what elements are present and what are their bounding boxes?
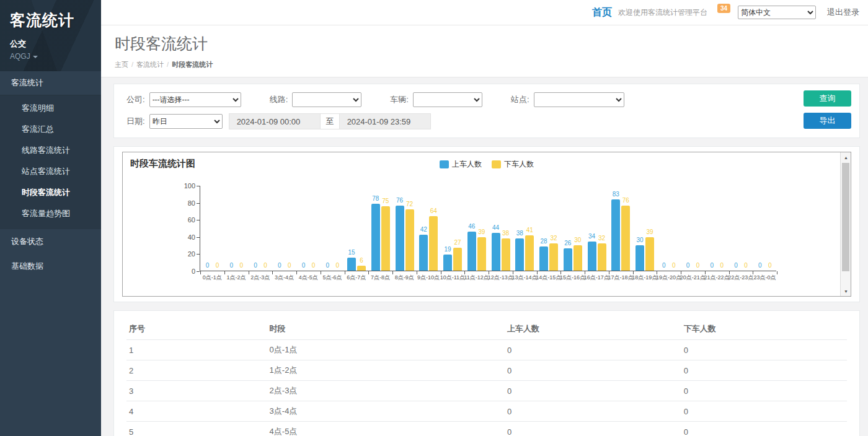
table-cell: 0 <box>681 360 847 381</box>
page-heading: 时段客流统计 主页/客流统计/时段客流统计 <box>101 25 868 77</box>
table-cell: 0 <box>505 381 681 401</box>
bar-value-label: 0 <box>328 262 347 269</box>
legend-label-alighting: 下车人数 <box>504 159 534 170</box>
sidebar-item-base-data[interactable]: 基础数据 <box>0 254 101 279</box>
y-axis-tick-mark <box>197 186 200 186</box>
bar-alighting <box>549 243 558 271</box>
column-header-period: 时段 <box>267 318 505 340</box>
user-name: AQGJ <box>10 52 30 61</box>
bar-boarding <box>636 245 644 271</box>
company-select[interactable]: ---请选择--- <box>149 92 241 107</box>
bar-alighting <box>574 245 582 271</box>
date-end-input[interactable] <box>339 113 431 129</box>
sidebar-subitem[interactable]: 时段客流统计 <box>0 182 101 203</box>
sidebar-subitem[interactable]: 客流汇总 <box>0 119 101 140</box>
breadcrumb: 主页/客流统计/时段客流统计 <box>115 60 854 69</box>
station-label: 站点: <box>511 94 529 105</box>
bar-boarding <box>492 233 500 271</box>
sidebar-submenu: 客流明细客流汇总线路客流统计站点客流统计时段客流统计客流量趋势图 <box>0 95 101 229</box>
sidebar: 客流统计 公交 AQGJ 客流统计 客流明细客流汇总线路客流统计站点客流统计时段… <box>0 0 101 436</box>
bar-value-label: 76 <box>616 197 635 204</box>
station-select[interactable] <box>534 92 624 107</box>
export-button[interactable]: 导出 <box>804 113 851 129</box>
y-axis-tick-mark <box>197 271 200 272</box>
legend-item-alighting[interactable]: 下车人数 <box>492 159 534 170</box>
bar-boarding <box>467 232 476 271</box>
bar-alighting <box>645 237 654 271</box>
query-button[interactable]: 查询 <box>804 90 851 107</box>
table-cell: 0 <box>505 340 681 360</box>
bar-boarding <box>515 238 524 271</box>
period-stats-table: 序号 时段 上车人数 下车人数 10点-1点0021点-2点0032点-3点00… <box>126 318 847 436</box>
chart-legend: 上车人数 下车人数 <box>440 159 534 170</box>
brand-area: 客流统计 公交 AQGJ <box>0 0 101 71</box>
column-header-index: 序号 <box>126 318 267 340</box>
legend-label-boarding: 上车人数 <box>452 159 482 170</box>
date-start-input[interactable] <box>229 113 321 129</box>
y-axis-tick-mark <box>197 237 200 238</box>
table-cell: 3点-4点 <box>267 401 505 422</box>
bar-boarding <box>371 204 380 271</box>
scrollbar-thumb[interactable] <box>842 163 849 271</box>
content: 公司: ---请选择--- 线路: 车辆: 站点: 日期: <box>101 77 868 436</box>
sidebar-subitem[interactable]: 客流量趋势图 <box>0 203 101 224</box>
date-range-group: 至 <box>229 113 431 129</box>
table-cell: 4 <box>126 401 267 422</box>
app-brand: 客流统计 <box>10 10 91 30</box>
legend-item-boarding[interactable]: 上车人数 <box>440 159 482 170</box>
scroll-down-icon[interactable]: ▼ <box>841 286 851 296</box>
column-header-boarding: 上车人数 <box>505 318 681 340</box>
bar-alighting <box>381 206 390 271</box>
bar-value-label: 41 <box>520 227 539 233</box>
sidebar-subitem[interactable]: 客流明细 <box>0 98 101 119</box>
filter-row-2: 日期: 昨日 至 <box>126 113 847 129</box>
y-axis-tick-mark <box>197 254 200 255</box>
bar-boarding <box>443 255 452 271</box>
table-cell: 1点-2点 <box>267 360 505 381</box>
table-cell: 0 <box>505 360 681 381</box>
y-axis-tick-label: 40 <box>175 233 195 241</box>
vehicle-select[interactable] <box>413 92 482 107</box>
bar-alighting <box>477 237 486 271</box>
bar-boarding <box>419 235 428 271</box>
chevron-down-icon <box>33 56 38 58</box>
table-row: 21点-2点00 <box>126 360 847 381</box>
language-select[interactable]: 简体中文 <box>738 6 816 19</box>
main-area: 首页 欢迎使用客流统计管理平台 34 简体中文 退出登录 时段客流统计 主页/客… <box>101 0 868 436</box>
y-axis-tick-mark <box>197 203 200 204</box>
sidebar-item-device-status[interactable]: 设备状态 <box>0 229 101 254</box>
table-cell: 0 <box>505 422 681 436</box>
bar-boarding <box>564 248 572 271</box>
bar-alighting <box>502 238 510 271</box>
table-row: 10点-1点00 <box>126 340 847 360</box>
home-link[interactable]: 首页 <box>592 6 612 19</box>
y-axis-tick-label: 100 <box>175 182 195 190</box>
sidebar-subitem[interactable]: 线路客流统计 <box>0 140 101 161</box>
table-cell: 0 <box>681 401 847 422</box>
sidebar-section-passenger-stats[interactable]: 客流统计 <box>0 71 101 95</box>
table-cell: 0 <box>681 422 847 436</box>
vehicle-label: 车辆: <box>390 94 409 105</box>
user-menu[interactable]: AQGJ <box>10 52 91 61</box>
line-select[interactable] <box>292 92 361 107</box>
sidebar-subitem[interactable]: 站点客流统计 <box>0 161 101 182</box>
bar-value-label: 6 <box>352 257 371 264</box>
breadcrumb-home[interactable]: 主页 <box>115 61 128 68</box>
bar-value-label: 64 <box>424 207 443 214</box>
company-label: 公司: <box>126 94 145 105</box>
chart-vertical-scrollbar[interactable]: ▲ ▼ <box>840 152 851 296</box>
legend-swatch-alighting <box>492 160 501 168</box>
bar-value-label: 32 <box>593 235 611 242</box>
bar-value-label: 0 <box>761 262 779 269</box>
breadcrumb-passenger-stats[interactable]: 客流统计 <box>136 61 164 68</box>
table-cell: 0 <box>681 381 847 401</box>
logout-link[interactable]: 退出登录 <box>827 7 859 18</box>
sidebar-nav: 客流统计 客流明细客流汇总线路客流统计站点客流统计时段客流统计客流量趋势图 设备… <box>0 71 101 279</box>
scroll-up-icon[interactable]: ▲ <box>841 152 851 162</box>
table-panel: 序号 时段 上车人数 下车人数 10点-1点0021点-2点0032点-3点00… <box>113 310 860 436</box>
filter-row-1: 公司: ---请选择--- 线路: 车辆: 站点: <box>126 92 847 107</box>
date-preset-select[interactable]: 昨日 <box>149 114 223 129</box>
org-name: 公交 <box>10 38 91 50</box>
table-cell: 3 <box>126 381 267 401</box>
table-cell: 2点-3点 <box>267 381 505 401</box>
